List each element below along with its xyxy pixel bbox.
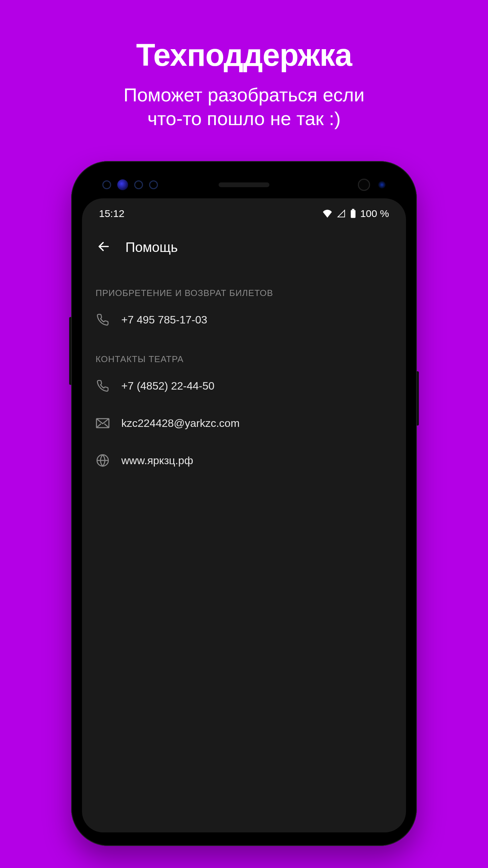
phone-icon (96, 313, 110, 327)
content: ПРИОБРЕТЕНИЕ И ВОЗВРАТ БИЛЕТОВ +7 495 78… (82, 269, 406, 482)
globe-icon (96, 453, 110, 468)
phone-icon (96, 379, 110, 393)
page-title: Помощь (125, 240, 178, 255)
wifi-icon (322, 210, 332, 218)
promo-subtitle-line1: Поможет разобраться если (123, 84, 364, 105)
status-time: 15:12 (99, 208, 124, 219)
phone-screen: 15:12 100 % Помощь (82, 198, 406, 832)
promo-title: Техподдержка (123, 37, 364, 73)
battery-icon (350, 209, 356, 218)
mail-icon (96, 416, 110, 430)
theatre-website-text: www.яркзц.рф (121, 454, 193, 467)
promo-block: Техподдержка Поможет разобраться если чт… (123, 37, 364, 131)
signal-icon (337, 210, 346, 218)
phone-speaker (219, 182, 269, 187)
theatre-phone-text: +7 (4852) 22-44-50 (121, 380, 215, 392)
promo-subtitle: Поможет разобраться если что-то пошло не… (123, 83, 364, 131)
row-theatre-phone[interactable]: +7 (4852) 22-44-50 (96, 367, 392, 405)
status-bar: 15:12 100 % (82, 198, 406, 229)
sensor-dot (378, 181, 386, 189)
arrow-left-icon (97, 240, 110, 255)
promo-subtitle-line2: что-то пошло не так :) (147, 108, 341, 129)
ticket-phone-text: +7 495 785-17-03 (121, 314, 207, 326)
status-right: 100 % (322, 208, 389, 219)
sensor-dot (102, 180, 111, 189)
section-header-theatre: КОНТАКТЫ ТЕАТРА (96, 354, 392, 364)
svg-rect-0 (351, 210, 355, 218)
battery-percent: 100 % (360, 208, 389, 219)
phone-sensor-bar (82, 171, 406, 198)
sensor-dot (149, 180, 158, 189)
sensor-dot (134, 180, 143, 189)
svg-rect-1 (352, 209, 354, 210)
phone-frame: 15:12 100 % Помощь (71, 161, 417, 846)
section-header-tickets: ПРИОБРЕТЕНИЕ И ВОЗВРАТ БИЛЕТОВ (96, 288, 392, 298)
row-theatre-email[interactable]: kzc224428@yarkzc.com (96, 405, 392, 442)
app-bar: Помощь (82, 229, 406, 269)
sensor-dot (117, 179, 128, 190)
row-ticket-phone[interactable]: +7 495 785-17-03 (96, 301, 392, 338)
row-theatre-website[interactable]: www.яркзц.рф (96, 442, 392, 479)
front-camera (358, 179, 370, 191)
theatre-email-text: kzc224428@yarkzc.com (121, 417, 240, 430)
back-button[interactable] (96, 239, 112, 255)
